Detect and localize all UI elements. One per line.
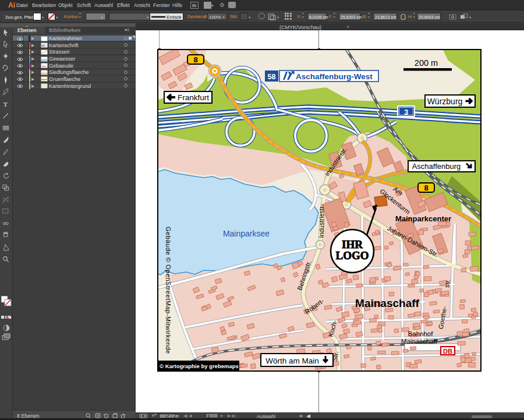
svg-text:str.: str. xyxy=(443,278,451,288)
svg-text:Würzburg: Würzburg xyxy=(427,97,463,106)
svg-text:Mainparksee: Mainparksee xyxy=(223,229,270,238)
svg-text:Frankfurt: Frankfurt xyxy=(178,93,209,102)
svg-text:200 m: 200 m xyxy=(415,58,438,68)
svg-text:T: T xyxy=(3,101,8,108)
svg-text:Mainaschaff: Mainaschaff xyxy=(401,338,438,345)
svg-text:Aschaffenburg: Aschaffenburg xyxy=(412,162,461,171)
svg-text:Wörth am Main: Wörth am Main xyxy=(265,357,319,365)
svg-text:3: 3 xyxy=(404,108,408,117)
svg-text:Aschaffenburg-West: Aschaffenburg-West xyxy=(296,72,373,81)
svg-text:8: 8 xyxy=(193,55,197,64)
svg-text:Mainparkcenter: Mainparkcenter xyxy=(395,214,451,223)
svg-text:ab: ab xyxy=(41,44,45,47)
svg-text:Gebäude © OpenStreetMap-Mitwir: Gebäude © OpenStreetMap-Mitwirkende xyxy=(165,227,172,354)
svg-text:Bahnhof: Bahnhof xyxy=(408,330,434,337)
svg-text:58: 58 xyxy=(268,73,276,81)
svg-text:DB: DB xyxy=(443,348,452,355)
svg-text:LOGO: LOGO xyxy=(335,249,369,262)
svg-text:Industriestr.: Industriestr. xyxy=(318,205,325,238)
svg-text:IHR: IHR xyxy=(342,238,363,250)
svg-text:8: 8 xyxy=(424,183,428,192)
svg-text:© Kartographie by grebemaps: © Kartographie by grebemaps xyxy=(160,363,239,369)
svg-text:Mainaschaff: Mainaschaff xyxy=(355,297,419,309)
